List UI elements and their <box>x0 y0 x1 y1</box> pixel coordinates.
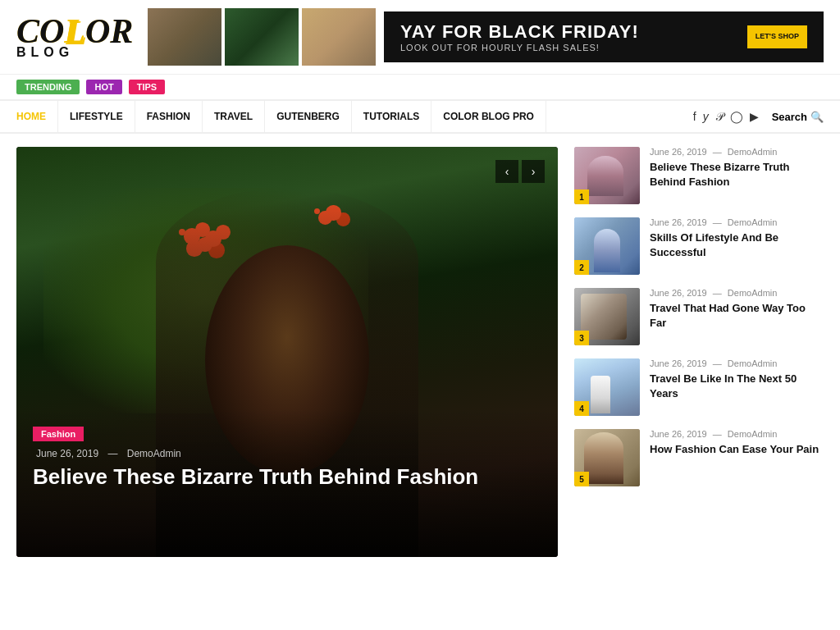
main-nav: HOME LIFESTYLE FASHION TRAVEL GUTENBERG … <box>0 101 840 134</box>
thumb-number-4: 4 <box>574 401 589 416</box>
hero-next-button[interactable]: › <box>522 160 545 183</box>
sidebar-item-4[interactable]: 4 June 26, 2019 — DemoAdmin Travel Be Li… <box>574 358 824 416</box>
sidebar-meta-1: June 26, 2019 — DemoAdmin <box>650 147 824 157</box>
banner-image-2 <box>225 8 299 66</box>
banner-image-3 <box>302 8 376 66</box>
sidebar-item-2[interactable]: 2 June 26, 2019 — DemoAdmin Skills Of Li… <box>574 217 824 275</box>
thumb-number-2: 2 <box>574 260 589 275</box>
instagram-icon[interactable]: ◯ <box>730 110 743 123</box>
search-button[interactable]: Search 🔍 <box>772 111 824 123</box>
sidebar-dash-1: — <box>713 147 724 157</box>
nav-social: f y 𝒫 ◯ ▶ <box>693 110 759 124</box>
nav-colorblogpro[interactable]: COLOR BLOG PRO <box>431 101 546 132</box>
hero-dash: — <box>107 448 120 459</box>
sidebar-thumb-2: 2 <box>574 217 640 275</box>
banner-images <box>148 8 376 66</box>
sidebar-info-5: June 26, 2019 — DemoAdmin How Fashion Ca… <box>650 429 824 457</box>
sidebar-author-1: DemoAdmin <box>728 147 778 157</box>
header: COLOR BLOG YAY FOR BLACK FRIDAY! LOOK OU… <box>0 0 840 75</box>
sidebar-author-5: DemoAdmin <box>728 429 778 439</box>
sidebar-title-3: Travel That Had Gone Way Too Far <box>650 301 824 331</box>
header-banner: YAY FOR BLACK FRIDAY! LOOK OUT FOR HOURL… <box>148 8 824 66</box>
sidebar-dash-2: — <box>713 217 724 227</box>
sidebar-date-4: June 26, 2019 <box>650 358 707 368</box>
hero-meta: June 26, 2019 — DemoAdmin <box>33 448 541 459</box>
logo[interactable]: COLOR BLOG <box>16 14 148 60</box>
sidebar-thumb-5: 5 <box>574 429 640 486</box>
sidebar-meta-4: June 26, 2019 — DemoAdmin <box>650 358 824 368</box>
facebook-icon[interactable]: f <box>693 110 696 123</box>
hero-author: DemoAdmin <box>127 448 181 459</box>
banner-cta-button[interactable]: LET'S SHOP <box>747 25 807 48</box>
sidebar-item-1[interactable]: 1 June 26, 2019 — DemoAdmin Believe Thes… <box>574 147 824 204</box>
nav-travel[interactable]: TRAVEL <box>203 101 265 132</box>
sidebar-title-5: How Fashion Can Ease Your Pain <box>650 442 824 457</box>
sidebar-author-4: DemoAdmin <box>728 358 778 368</box>
nav-gutenberg[interactable]: GUTENBERG <box>265 101 352 132</box>
sidebar-thumb-1: 1 <box>574 147 640 204</box>
tag-hot[interactable]: HOT <box>86 80 121 94</box>
banner-ad[interactable]: YAY FOR BLACK FRIDAY! LOOK OUT FOR HOURL… <box>384 11 824 62</box>
sidebar-thumb-4: 4 <box>574 358 640 416</box>
sidebar-meta-2: June 26, 2019 — DemoAdmin <box>650 217 824 227</box>
sidebar-thumb-3: 3 <box>574 288 640 345</box>
sidebar-title-4: Travel Be Like In The Next 50 Years <box>650 372 824 401</box>
nav-tutorials[interactable]: TUTORIALS <box>352 101 431 132</box>
banner-headline: YAY FOR BLACK FRIDAY! <box>400 21 639 43</box>
pinterest-icon[interactable]: 𝒫 <box>715 110 724 124</box>
thumb-number-3: 3 <box>574 331 589 345</box>
sidebar-item-3[interactable]: 3 June 26, 2019 — DemoAdmin Travel That … <box>574 288 824 345</box>
twitter-icon[interactable]: y <box>703 110 709 123</box>
banner-image-1 <box>148 8 221 66</box>
nav-links: HOME LIFESTYLE FASHION TRAVEL GUTENBERG … <box>16 101 693 132</box>
content-area: Fashion June 26, 2019 — DemoAdmin Believ… <box>0 134 840 570</box>
sidebar-dash-4: — <box>713 358 724 368</box>
hero-prev-button[interactable]: ‹ <box>495 160 518 183</box>
hero-category-badge[interactable]: Fashion <box>33 427 84 441</box>
sidebar-dash-3: — <box>713 288 724 298</box>
thumb-number-5: 5 <box>574 472 589 486</box>
sidebar-date-2: June 26, 2019 <box>650 217 707 227</box>
tag-tips[interactable]: TIPS <box>129 80 165 94</box>
sidebar-info-4: June 26, 2019 — DemoAdmin Travel Be Like… <box>650 358 824 401</box>
hero-date: June 26, 2019 <box>36 448 98 459</box>
sidebar-info-1: June 26, 2019 — DemoAdmin Believe These … <box>650 147 824 189</box>
nav-fashion[interactable]: FASHION <box>135 101 203 132</box>
nav-home[interactable]: HOME <box>16 101 58 132</box>
hero-section: Fashion June 26, 2019 — DemoAdmin Believ… <box>16 147 558 557</box>
hero-controls: ‹ › <box>495 160 545 183</box>
hero-overlay: Fashion June 26, 2019 — DemoAdmin Believ… <box>16 409 558 557</box>
sidebar-date-1: June 26, 2019 <box>650 147 707 157</box>
sidebar-dash-5: — <box>713 429 724 439</box>
sidebar-date-5: June 26, 2019 <box>650 429 707 439</box>
sidebar-info-2: June 26, 2019 — DemoAdmin Skills Of Life… <box>650 217 824 260</box>
tag-trending[interactable]: TRENDING <box>16 80 80 94</box>
sidebar-author-2: DemoAdmin <box>728 217 778 227</box>
sidebar-meta-3: June 26, 2019 — DemoAdmin <box>650 288 824 298</box>
search-icon: 🔍 <box>810 111 824 123</box>
youtube-icon[interactable]: ▶ <box>750 110 759 123</box>
sidebar-title-1: Believe These Bizarre Truth Behind Fashi… <box>650 160 824 189</box>
banner-ad-text: YAY FOR BLACK FRIDAY! LOOK OUT FOR HOURL… <box>400 21 639 52</box>
sidebar: 1 June 26, 2019 — DemoAdmin Believe Thes… <box>574 147 824 557</box>
logo-color: COLOR <box>16 14 148 48</box>
hero-title: Believe These Bizarre Truth Behind Fashi… <box>33 464 541 490</box>
sidebar-info-3: June 26, 2019 — DemoAdmin Travel That Ha… <box>650 288 824 331</box>
sidebar-title-2: Skills Of Lifestyle And Be Successful <box>650 231 824 260</box>
sidebar-meta-5: June 26, 2019 — DemoAdmin <box>650 429 824 439</box>
nav-lifestyle[interactable]: LIFESTYLE <box>58 101 135 132</box>
banner-subtext: LOOK OUT FOR HOURLY FLASH SALES! <box>400 43 639 52</box>
sidebar-date-3: June 26, 2019 <box>650 288 707 298</box>
search-label: Search <box>772 111 807 123</box>
sidebar-item-5[interactable]: 5 June 26, 2019 — DemoAdmin How Fashion … <box>574 429 824 486</box>
thumb-number-1: 1 <box>574 189 589 204</box>
sidebar-author-3: DemoAdmin <box>728 288 778 298</box>
nav-tags: TRENDING HOT TIPS <box>0 75 840 101</box>
